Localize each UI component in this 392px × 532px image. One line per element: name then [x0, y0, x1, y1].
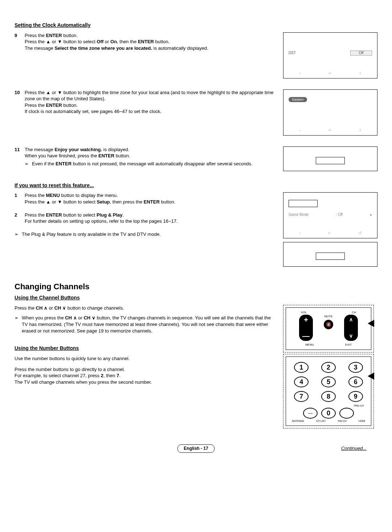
osd-plug-play: [283, 242, 377, 267]
remote-numpad-panel: 1 2 3 4 5 6 7 8 9 PRE-CH — 0 ANTENN: [283, 354, 374, 428]
osd-label: DST: [289, 51, 296, 56]
vol-label: VOL: [301, 311, 307, 315]
text: The TV will change channels when you pre…: [15, 379, 276, 386]
osd-setup: Game Mode : Off ▸ › ↵ ↺: [283, 192, 377, 238]
mute-button[interactable]: 🔇: [324, 320, 333, 329]
text: button.: [62, 102, 78, 108]
empty-rect-icon: [316, 157, 345, 164]
text: Press the ▲ or ▼ button to select: [25, 39, 97, 44]
chevron-down-icon: ∨: [92, 315, 95, 321]
text: .: [123, 212, 124, 218]
text: Press the number buttons to go directly …: [15, 366, 276, 373]
exit-label: EXIT: [345, 343, 352, 347]
text-bold: Off: [97, 39, 103, 44]
text: button.: [160, 199, 175, 205]
text: The Plug & Play feature is only availabl…: [22, 231, 161, 238]
antenna-label: ANTENNA: [292, 419, 304, 423]
text-bold: CH: [54, 305, 62, 311]
empty-rect-icon: [316, 253, 345, 260]
dash-button[interactable]: —: [303, 408, 318, 419]
text: Press the: [25, 193, 46, 198]
osd-value: Off: [350, 51, 372, 56]
num-9-button[interactable]: 9: [348, 391, 363, 402]
text: , then the: [117, 39, 138, 44]
text: Press the ▲ or ▼ button to highlight the…: [25, 89, 276, 102]
continued-label: Continued...: [341, 445, 367, 452]
num-6-button[interactable]: 6: [348, 376, 363, 387]
step-11: 11 The message Enjoy your watching. is d…: [15, 146, 276, 167]
num-5-button[interactable]: 5: [321, 376, 336, 387]
step-10: 10 Press the ▲ or ▼ button to highlight …: [15, 89, 276, 115]
return-icon: ↺: [358, 230, 362, 236]
text: button.: [154, 39, 170, 44]
num-3-button[interactable]: 3: [348, 362, 363, 373]
text-bold: Select the time zone where you are locat…: [54, 45, 152, 51]
text-bold: Plug & Play: [97, 212, 123, 218]
osd-timezone: Eastern › ↵ ⫴: [283, 89, 377, 136]
text-bold: ENTER: [144, 199, 160, 205]
osd-timezone-pill: Eastern: [289, 97, 307, 102]
text-bold: ENTER: [46, 212, 62, 218]
text: When you have finished, press the: [25, 153, 98, 158]
text-bold: Setup: [97, 199, 110, 205]
mute-label: MUTE: [324, 315, 333, 319]
text: For example, to select channel 27, press: [15, 373, 101, 378]
text: Press the: [25, 212, 46, 218]
text: , then: [103, 373, 117, 378]
mute-icon: 🔇: [326, 322, 331, 327]
menu-label: MENU: [305, 343, 314, 347]
text-bold: ENTER: [138, 39, 154, 44]
favch-label: FAV.CH: [338, 419, 347, 423]
text: Press the: [25, 102, 46, 108]
osd-label: Game Mode: [289, 212, 309, 217]
num-0-button[interactable]: 0: [321, 408, 336, 419]
skip-icon: ⫴: [359, 128, 361, 133]
text: or: [48, 305, 54, 311]
text: button.: [114, 153, 130, 158]
plus-icon: +: [304, 316, 308, 323]
step-number: 10: [15, 89, 25, 115]
ch-label: CH: [352, 311, 356, 315]
text: , then press the: [110, 199, 144, 205]
text: Use the number buttons to quickly tune t…: [15, 355, 276, 362]
skip-icon: ⫴: [359, 70, 361, 76]
text: Press the: [25, 33, 46, 38]
text: or: [77, 315, 84, 321]
text: For further details on setting up option…: [25, 218, 276, 225]
volume-rocker[interactable]: + —: [299, 315, 313, 341]
num-2-button[interactable]: 2: [321, 362, 336, 373]
osd-value: : Off: [336, 212, 343, 217]
note-arrow-icon: ➢: [25, 161, 32, 167]
text: The message: [25, 147, 54, 152]
text: Press the: [15, 305, 36, 311]
text-bold: CH: [36, 305, 44, 311]
prech-label: PRE-CH: [290, 404, 367, 407]
chevron-up-icon: ∧: [44, 305, 48, 311]
text: If clock is not automatically set, see p…: [25, 108, 276, 115]
channel-rocker[interactable]: ∧ ∨: [344, 315, 358, 341]
empty-rect-icon: [289, 200, 318, 207]
text: button to change channels.: [66, 305, 124, 311]
step-number: 2: [15, 212, 25, 225]
text: The message: [25, 45, 54, 51]
note-arrow-icon: ➢: [15, 315, 22, 334]
num-8-button[interactable]: 8: [321, 391, 336, 402]
subheading-channel-buttons: Using the Channel Buttons: [15, 294, 377, 301]
subheading-number-buttons: Using the Number Buttons: [15, 345, 276, 352]
text: button to select: [62, 212, 97, 218]
heading-changing-channels: Changing Channels: [15, 281, 377, 292]
osd-dst: DST Off › ↵ ⫴: [283, 32, 377, 78]
page-number: English - 17: [177, 444, 214, 452]
prech-button[interactable]: [339, 408, 354, 419]
chevron-down-icon: ∨: [62, 305, 66, 311]
chevron-down-icon: ∨: [349, 332, 353, 339]
enter-icon: ↵: [328, 70, 332, 76]
text-bold: CH: [83, 315, 91, 321]
text-bold: ENTER: [56, 161, 72, 166]
text: Even if the: [32, 161, 56, 166]
num-1-button[interactable]: 1: [294, 362, 309, 373]
num-4-button[interactable]: 4: [294, 376, 309, 387]
num-7-button[interactable]: 7: [294, 391, 309, 402]
text: is displayed.: [102, 147, 129, 152]
text: or: [103, 39, 110, 44]
